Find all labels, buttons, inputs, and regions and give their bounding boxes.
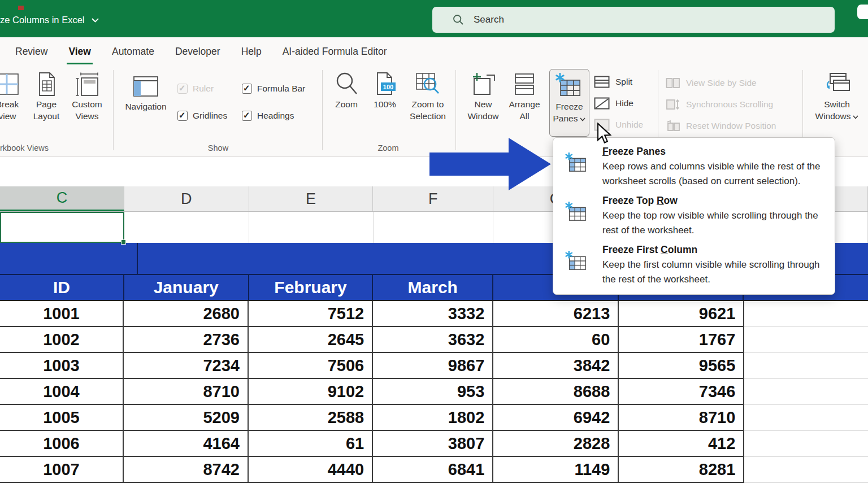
- selected-cell[interactable]: [0, 212, 124, 243]
- menu-item-text: Freeze Top RowKeep the top row visible w…: [602, 195, 826, 238]
- page-layout-button[interactable]: Page Layout: [26, 70, 67, 122]
- table-cell[interactable]: 3842: [493, 353, 619, 379]
- table-cell[interactable]: 1149: [493, 457, 619, 483]
- document-title[interactable]: ze Columns in Excel: [0, 15, 99, 25]
- arrange-all-button[interactable]: Arrange All: [506, 70, 543, 122]
- titlebar-corner-button: [857, 5, 868, 19]
- table-header-cell[interactable]: March: [373, 275, 493, 300]
- table-cell[interactable]: 60: [493, 327, 619, 353]
- freeze-panes-button[interactable]: Freeze Panes: [549, 69, 589, 137]
- table-cell[interactable]: 8710: [124, 379, 249, 405]
- table-cell[interactable]: 2588: [249, 405, 373, 431]
- new-window-button[interactable]: New Window: [463, 70, 503, 122]
- sheet-cell[interactable]: [124, 212, 249, 243]
- page-break-preview-button[interactable]: Break view: [0, 70, 28, 122]
- sheet-cell[interactable]: [744, 379, 868, 405]
- table-cell[interactable]: 9621: [619, 301, 744, 327]
- table-cell[interactable]: 1007: [0, 457, 124, 483]
- table-cell[interactable]: 1003: [0, 353, 124, 379]
- table-cell[interactable]: 8281: [619, 457, 744, 483]
- menu-item-freeze-first-column[interactable]: Freeze First ColumnKeep the first column…: [553, 241, 835, 290]
- column-header-E[interactable]: E: [249, 186, 374, 211]
- freeze-top-row-icon: [565, 195, 590, 238]
- table-cell[interactable]: 9867: [373, 353, 493, 379]
- table-cell[interactable]: 8742: [124, 457, 249, 483]
- hide-icon: [594, 97, 610, 110]
- column-header-C[interactable]: C: [0, 186, 124, 211]
- sheet-cell[interactable]: [744, 327, 868, 353]
- table-cell[interactable]: 1802: [373, 405, 493, 431]
- column-header-D[interactable]: D: [124, 186, 249, 211]
- table-header-cell[interactable]: February: [249, 275, 374, 300]
- sheet-cell[interactable]: [374, 212, 494, 243]
- tab-review[interactable]: Review: [14, 40, 49, 64]
- table-cell[interactable]: 7234: [124, 353, 249, 379]
- sheet-cell[interactable]: [744, 353, 868, 379]
- table-cell[interactable]: 9565: [619, 353, 744, 379]
- sheet-cell[interactable]: [744, 405, 868, 431]
- table-cell[interactable]: 8710: [619, 405, 744, 431]
- custom-views-icon: [74, 70, 100, 98]
- split-button[interactable]: Split: [594, 73, 632, 90]
- table-cell[interactable]: 953: [373, 379, 493, 405]
- tab-automate[interactable]: Automate: [110, 40, 156, 64]
- table-cell[interactable]: 1767: [619, 327, 744, 353]
- table-cell[interactable]: 7512: [249, 301, 373, 327]
- zoom-100-button[interactable]: 100 100%: [367, 70, 402, 110]
- sheet-cell[interactable]: [744, 457, 868, 483]
- table-cell[interactable]: 3632: [373, 327, 493, 353]
- table-cell[interactable]: 3807: [373, 431, 493, 457]
- navigation-button[interactable]: Navigation: [119, 72, 173, 112]
- table-cell[interactable]: 6213: [493, 301, 619, 327]
- table-cell[interactable]: 2736: [124, 327, 249, 353]
- table-cell[interactable]: 61: [249, 431, 373, 457]
- formula-bar-checkbox[interactable]: Formula Bar: [242, 82, 305, 95]
- menu-item-freeze-top-row[interactable]: Freeze Top RowKeep the top row visible w…: [553, 191, 835, 241]
- menu-item-freeze-panes[interactable]: Freeze PanesKeep rows and columns visibl…: [553, 142, 835, 191]
- new-window-icon: [470, 70, 497, 98]
- freeze-panes-icon: [555, 73, 584, 101]
- table-header-cell[interactable]: January: [124, 275, 249, 300]
- table-cell[interactable]: 8688: [493, 379, 619, 405]
- table-cell[interactable]: 6942: [493, 405, 619, 431]
- tab-ai-formula-editor[interactable]: AI-aided Formula Editor: [281, 40, 389, 64]
- table-cell[interactable]: 2680: [124, 301, 249, 327]
- table-cell[interactable]: 6841: [373, 457, 493, 483]
- table-cell[interactable]: 3332: [373, 301, 493, 327]
- zoom-to-selection-button[interactable]: Zoom to Selection: [406, 70, 450, 122]
- table-cell[interactable]: 412: [619, 431, 744, 457]
- table-cell[interactable]: 1005: [0, 405, 124, 431]
- tab-help[interactable]: Help: [240, 40, 263, 64]
- switch-windows-button[interactable]: Switch Windows: [813, 70, 861, 122]
- table-cell[interactable]: 1006: [0, 431, 124, 457]
- sheet-cell[interactable]: [744, 431, 868, 457]
- cell-border: [137, 243, 138, 274]
- fill-handle[interactable]: [121, 239, 126, 245]
- button-label: Split: [615, 77, 632, 87]
- menu-item-text: Freeze First ColumnKeep the first column…: [602, 244, 826, 287]
- custom-views-button[interactable]: Custom Views: [66, 70, 108, 122]
- table-header-cell[interactable]: ID: [0, 275, 124, 300]
- sheet-cell[interactable]: [744, 301, 868, 327]
- table-cell[interactable]: 5209: [124, 405, 249, 431]
- table-cell[interactable]: 7506: [249, 353, 373, 379]
- button-label: 100%: [374, 98, 396, 110]
- sheet-cell[interactable]: [249, 212, 374, 243]
- gridlines-checkbox[interactable]: Gridlines: [177, 110, 227, 122]
- table-cell[interactable]: 4164: [124, 431, 249, 457]
- headings-checkbox[interactable]: Headings: [242, 110, 294, 122]
- button-label: Arrange: [509, 98, 540, 110]
- table-cell[interactable]: 1001: [0, 301, 124, 327]
- search-input[interactable]: Search: [432, 7, 835, 33]
- tab-view[interactable]: View: [67, 40, 93, 64]
- table-cell[interactable]: 4440: [249, 457, 373, 483]
- table-cell[interactable]: 1002: [0, 327, 124, 353]
- table-cell[interactable]: 2828: [493, 431, 619, 457]
- hide-button[interactable]: Hide: [594, 95, 633, 112]
- table-cell[interactable]: 1004: [0, 379, 124, 405]
- zoom-button[interactable]: Zoom: [329, 70, 364, 110]
- tab-developer[interactable]: Developer: [173, 40, 222, 64]
- table-cell[interactable]: 7346: [619, 379, 744, 405]
- table-cell[interactable]: 2645: [249, 327, 373, 353]
- table-cell[interactable]: 9102: [249, 379, 373, 405]
